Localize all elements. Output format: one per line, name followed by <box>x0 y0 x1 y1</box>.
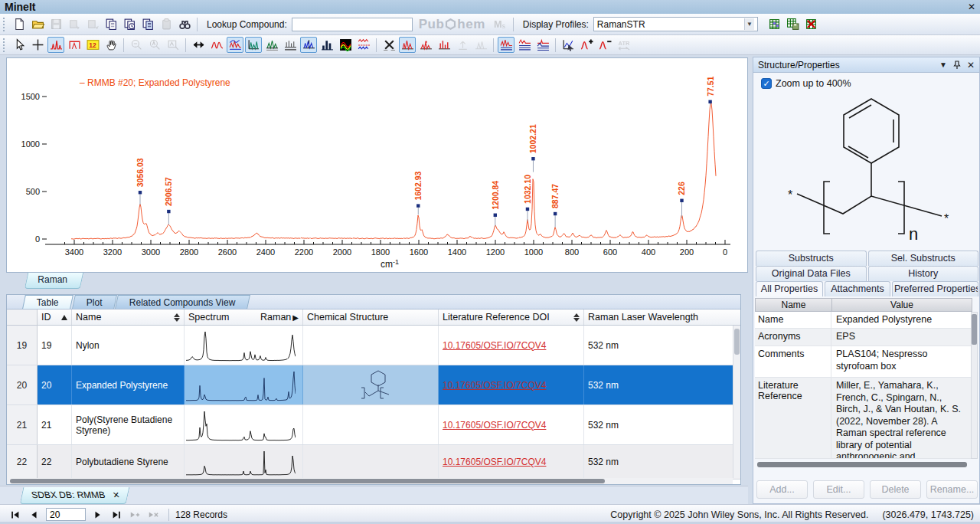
close-icon[interactable]: ✕ <box>968 2 975 11</box>
zoom-region-icon[interactable] <box>165 37 181 53</box>
grid-header-value[interactable]: Value <box>832 299 972 311</box>
tab-all-properties[interactable]: All Properties <box>756 281 823 296</box>
tab-history[interactable]: History <box>868 266 979 281</box>
save-icon[interactable] <box>47 16 64 32</box>
tab-attachments[interactable]: Attachments <box>825 281 890 296</box>
tab-close-icon[interactable]: ✕ <box>112 490 121 500</box>
cell-spectrum-thumbnail[interactable] <box>185 365 303 404</box>
edit-button[interactable]: Edit... <box>813 480 864 499</box>
cell-spectrum-thumbnail[interactable] <box>185 405 303 444</box>
next-record-button[interactable] <box>90 508 106 522</box>
tab-sdbx-db-rmmb[interactable]: SDBX DB: RMMB✕ <box>20 487 130 504</box>
cell-spectrum-thumbnail[interactable] <box>185 445 303 479</box>
column-header-doi[interactable]: Literature Reference DOI <box>439 309 584 325</box>
dense-peaks-icon[interactable] <box>300 37 317 53</box>
property-row[interactable]: Literature ReferenceMiller, E., Yamahara… <box>755 378 972 459</box>
tab-sel-substructs[interactable]: Sel. Substructs <box>868 251 979 266</box>
cell-chemical-structure[interactable] <box>303 405 439 444</box>
doi-link[interactable]: 10.17605/OSF.IO/7CQV4 <box>443 420 546 431</box>
stack-overlay-icon[interactable] <box>227 37 243 53</box>
import-icon[interactable] <box>66 16 83 32</box>
table-delete-icon[interactable] <box>803 16 820 32</box>
peak-region-icon[interactable] <box>66 37 83 53</box>
tab-original-data-files[interactable]: Original Data Files <box>756 266 867 281</box>
zoom-peak-icon[interactable] <box>146 37 163 53</box>
last-record-button[interactable] <box>108 508 125 522</box>
doi-link[interactable]: 10.17605/OSF.IO/7CQV4 <box>443 457 546 467</box>
cell-chemical-structure[interactable] <box>303 326 439 365</box>
spectrum-markers-icon[interactable] <box>417 37 434 53</box>
column-header-name[interactable]: Name <box>72 309 185 325</box>
property-row[interactable]: NameExpanded Polystyrene <box>755 312 972 329</box>
doi-link[interactable]: 10.17605/OSF.IO/7CQV4 <box>443 380 546 391</box>
doi-link[interactable]: 10.17605/OSF.IO/7CQV4 <box>443 340 546 351</box>
single-spectrum-icon[interactable] <box>399 37 416 53</box>
copy-icon[interactable] <box>103 16 119 32</box>
chemical-structure-view[interactable]: * * n <box>756 93 976 251</box>
stick-spectrum-icon[interactable] <box>436 37 452 53</box>
display-profiles-select[interactable]: RamanSTR ▼ <box>593 17 758 31</box>
table-horizontal-scrollbar[interactable] <box>7 478 733 484</box>
tab-plot[interactable]: Plot <box>72 295 117 309</box>
column-header-wavelength[interactable]: Raman Laser Wavelength <box>584 309 734 325</box>
table-row[interactable]: 2222Polybutadiene Styrene10.17605/OSF.IO… <box>7 445 740 480</box>
column-header-spectrum[interactable]: SpectrumRaman▶ <box>185 309 303 325</box>
spectrum-plot-panel[interactable]: 3400320030002800260024002200200018001600… <box>6 57 748 273</box>
lookup-compound-input[interactable] <box>292 18 413 31</box>
list-spectrum-icon[interactable] <box>498 37 514 53</box>
raise-spectrum-icon[interactable] <box>454 37 471 53</box>
cursor-tool-icon[interactable] <box>11 37 28 53</box>
stacked-list2-icon[interactable] <box>534 37 551 53</box>
overlay-spectra-icon[interactable] <box>208 37 225 53</box>
new-file-icon[interactable] <box>11 16 28 32</box>
add-button[interactable]: Add... <box>756 480 808 499</box>
peak-display-icon[interactable] <box>47 37 64 53</box>
atr-icon[interactable]: ATR <box>615 37 632 53</box>
record-number-input[interactable] <box>46 508 86 521</box>
column-header-id[interactable]: ID <box>38 309 72 325</box>
ghost-peaks-icon[interactable] <box>472 37 489 53</box>
property-row[interactable]: AcronymsEPS <box>755 329 972 346</box>
find-icon[interactable] <box>176 16 193 32</box>
cell-chemical-structure[interactable] <box>303 365 439 404</box>
open-file-icon[interactable] <box>29 16 46 32</box>
previous-record-button[interactable] <box>25 508 42 522</box>
peak-label-icon[interactable]: 12 <box>84 37 101 53</box>
tab-table[interactable]: Table <box>22 295 74 309</box>
grid-axes-icon[interactable] <box>282 37 299 53</box>
tab-raman-spectrum[interactable]: Raman <box>24 273 83 289</box>
tab-related-compounds-view[interactable]: Related Compounds View <box>115 295 250 309</box>
add-record-button[interactable] <box>126 508 143 522</box>
add-peak-icon[interactable] <box>578 37 595 53</box>
first-record-button[interactable] <box>7 508 24 522</box>
pan-hand-icon[interactable] <box>103 37 119 53</box>
chevron-down-icon[interactable]: ▼ <box>744 18 754 30</box>
bar-display-icon[interactable] <box>318 37 335 53</box>
crosshair-tool-icon[interactable] <box>29 37 46 53</box>
table-vertical-scrollbar[interactable] <box>733 326 740 478</box>
table-row[interactable]: 1919Nylon10.17605/OSF.IO/7CQV4532 nm <box>7 326 740 365</box>
grid-header-name[interactable]: Name <box>756 299 832 311</box>
zoom-out-icon[interactable] <box>128 37 145 53</box>
tab-preferred-properties[interactable]: Preferred Properties <box>892 281 978 296</box>
properties-vertical-scrollbar[interactable] <box>971 312 978 459</box>
tab-substructs[interactable]: Substructs <box>756 251 867 266</box>
paste-icon[interactable] <box>158 16 175 32</box>
filter-arrow-icon[interactable]: ▶ <box>292 313 299 322</box>
panel-close-icon[interactable]: ✕ <box>967 60 975 70</box>
properties-horizontal-scrollbar[interactable] <box>757 462 967 467</box>
colormap-icon[interactable] <box>337 37 354 53</box>
remove-spectra-icon[interactable] <box>381 37 397 53</box>
remove-peak-icon[interactable] <box>596 37 613 53</box>
table-grid-icon[interactable] <box>766 16 783 32</box>
expand-x-icon[interactable] <box>190 37 207 53</box>
copy-special-icon[interactable] <box>139 16 156 32</box>
axes-display-icon[interactable] <box>245 37 262 53</box>
export-icon[interactable] <box>84 16 101 32</box>
property-row[interactable]: CommentsPLAS104; Nespresso styrofoam box <box>755 346 972 378</box>
pin-icon[interactable] <box>953 61 961 70</box>
stacked-list-icon[interactable] <box>516 37 533 53</box>
pubchem-ms-icon[interactable]: Ms <box>492 16 509 32</box>
multi-trace-icon[interactable] <box>355 37 372 53</box>
copy-history-icon[interactable] <box>121 16 138 32</box>
